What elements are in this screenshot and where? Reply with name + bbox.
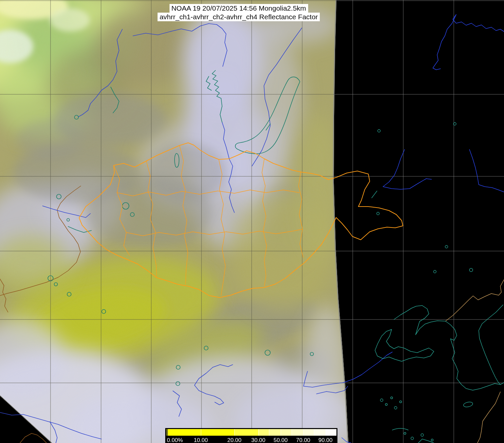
colorbar-tick-mark [325, 429, 326, 436]
colorbar-tick-label: 20.00 [227, 437, 242, 443]
colorbar-segment-60-70 [292, 429, 303, 436]
colorbar-labels: 0.00%10.0020.0030.0050.0070.0090.00 [165, 437, 337, 443]
map-title-line1: NOAA 19 20/07/2025 14:56 Mongolia2.5km [169, 4, 308, 13]
colorbar-tick-mark [201, 429, 201, 436]
colorbar-tick-mark [281, 429, 281, 436]
satellite-product-image: NOAA 19 20/07/2025 14:56 Mongolia2.5km a… [0, 0, 504, 443]
colorbar-tick-label: 0.00% [167, 437, 183, 443]
colorbar-tick-label: 70.00 [296, 437, 311, 443]
colorbar: 0.00%10.0020.0030.0050.0070.0090.00 [165, 428, 337, 443]
satellite-map [0, 0, 504, 443]
colorbar-tick-mark [269, 429, 269, 436]
colorbar-segment-20-30 [234, 429, 258, 436]
colorbar-segments [166, 429, 336, 436]
map-title-line2: avhrr_ch1-avhrr_ch2-avhrr_ch4 Reflectanc… [158, 13, 320, 21]
colorbar-tick-mark [234, 429, 235, 436]
colorbar-segment-80-90 [314, 429, 325, 436]
colorbar-bar [165, 428, 337, 437]
colorbar-tick-mark [292, 429, 292, 436]
colorbar-segment-40-50 [269, 429, 281, 436]
colorbar-segment-30-40 [258, 429, 269, 436]
dither-noise-texture [0, 0, 352, 443]
colorbar-tick-mark [314, 429, 314, 436]
colorbar-tick-label: 50.00 [274, 437, 288, 443]
colorbar-segment-70-80 [303, 429, 314, 436]
colorbar-tick-mark [258, 429, 259, 436]
title-block: NOAA 19 20/07/2025 14:56 Mongolia2.5km a… [158, 4, 320, 21]
colorbar-segment-0-10 [168, 429, 201, 436]
colorbar-segment-50-60 [281, 429, 292, 436]
colorbar-tick-mark [303, 429, 304, 436]
colorbar-segment-90-100 [325, 429, 336, 436]
colorbar-tick-label: 30.00 [251, 437, 266, 443]
colorbar-tick-label: 90.00 [318, 437, 333, 443]
colorbar-segment-10-20 [201, 429, 234, 436]
colorbar-tick-label: 10.00 [194, 437, 208, 443]
